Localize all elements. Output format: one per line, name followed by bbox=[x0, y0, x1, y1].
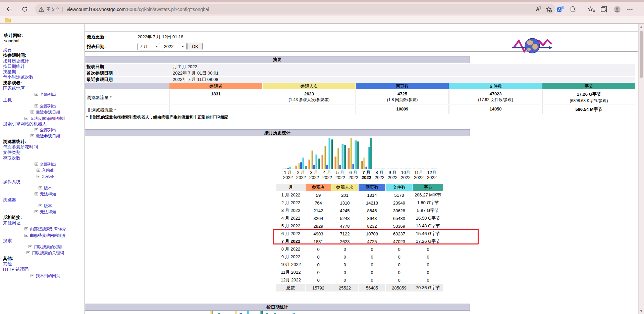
scrollbar-down-arrow[interactable] bbox=[640, 310, 643, 312]
sidebar-item[interactable]: 搜索 bbox=[3, 238, 84, 243]
sidebar-item[interactable]: 浏览器 bbox=[3, 197, 84, 203]
favorites-icon[interactable] bbox=[588, 6, 595, 13]
sidebar-item[interactable]: 来源网址 bbox=[3, 220, 84, 226]
window-icon bbox=[24, 117, 28, 120]
bar-pages bbox=[378, 169, 380, 169]
col-header-pages: 网页数 bbox=[356, 83, 449, 89]
svg-text:A: A bbox=[558, 8, 560, 11]
sidebar-item[interactable]: 按月历史统计 bbox=[3, 58, 84, 64]
extensions-icon[interactable] bbox=[570, 6, 577, 13]
bar-hits bbox=[407, 169, 409, 169]
sidebar-item[interactable]: 文件类别 bbox=[3, 150, 84, 155]
page-scrollbar[interactable] bbox=[638, 24, 644, 314]
bar-hits bbox=[315, 154, 317, 169]
window-icon bbox=[39, 204, 42, 207]
sidebar-item[interactable]: 无法得知 bbox=[3, 209, 84, 215]
sidebar-item[interactable]: 国家或地区 bbox=[3, 86, 84, 91]
bar-visits bbox=[415, 169, 417, 169]
sidebar-item[interactable]: 版本 bbox=[3, 203, 84, 209]
sidebar-item[interactable]: 按星期 bbox=[3, 69, 84, 75]
month-axis-label: 10月2022 bbox=[399, 170, 412, 180]
sidebar-item[interactable]: 全部列出 bbox=[3, 92, 84, 97]
back-button[interactable] bbox=[4, 4, 14, 14]
add-favorite-icon[interactable] bbox=[545, 6, 552, 13]
month-axis-label: 11月2022 bbox=[412, 170, 425, 180]
bar-hits bbox=[341, 144, 343, 169]
month-axis-label: 3 月2022 bbox=[308, 170, 321, 180]
sidebar-item[interactable]: 全部列出 bbox=[3, 127, 84, 133]
monthly-table-row: 11月 202200000 bbox=[276, 269, 443, 276]
sidebar-item[interactable]: 出站处 bbox=[3, 174, 84, 179]
monthly-table-row: 2 月 2022764131014218239491.60 G字节 bbox=[276, 199, 443, 207]
sidebar-item[interactable]: 由那些其他网站转介 bbox=[3, 233, 84, 238]
sidebar-item[interactable]: 版本 bbox=[3, 185, 84, 191]
sidebar-item[interactable]: 无法反解译的IP地址 bbox=[3, 116, 84, 121]
sidebar-item[interactable]: 入站处 bbox=[3, 168, 84, 173]
bar-visitors bbox=[361, 161, 363, 169]
bar-bytes bbox=[409, 169, 411, 169]
month-select[interactable]: 7 月 bbox=[138, 43, 160, 50]
sidebar-item[interactable]: 由那些搜索引擎转介 bbox=[3, 226, 84, 232]
sidebar-item[interactable]: 全部列出 bbox=[3, 103, 84, 109]
bar-bytes bbox=[331, 139, 333, 169]
sidebar-item[interactable]: 最近参观日期 bbox=[3, 133, 84, 139]
site-box: 统计网站: songbai bbox=[2, 32, 78, 44]
sidebar-item[interactable]: 操作系统 bbox=[3, 179, 84, 185]
value-pages: 4725 bbox=[356, 91, 448, 96]
bar-visits bbox=[402, 169, 404, 169]
bar-hits bbox=[420, 169, 422, 169]
profile-avatar[interactable] bbox=[613, 5, 621, 13]
sidebar-item[interactable]: 主机 bbox=[3, 97, 84, 103]
sidebar-item[interactable]: 用以搜索的短语 bbox=[3, 244, 84, 250]
month-axis-label: 1 月2022 bbox=[281, 170, 294, 180]
bar-bytes bbox=[370, 138, 372, 169]
monthly-table-total-row: 总数15792255225648528585970.36 G字节 bbox=[276, 284, 443, 291]
sidebar-item[interactable]: 最近参观日期 bbox=[3, 109, 84, 115]
settings-menu-icon[interactable] bbox=[627, 6, 633, 13]
scrollbar-up-arrow[interactable] bbox=[640, 26, 643, 28]
sidebar-item[interactable]: 全部列出 bbox=[3, 162, 84, 167]
sidebar-item[interactable]: 无法得知 bbox=[3, 191, 84, 197]
month-axis-label: 4 月2022 bbox=[321, 170, 334, 180]
month-bar-group bbox=[361, 138, 372, 169]
refresh-button[interactable] bbox=[19, 4, 30, 14]
sidebar-item[interactable]: 每次参观所花时间 bbox=[3, 144, 84, 150]
window-icon bbox=[26, 251, 30, 254]
browser-traffic-row: 浏览器流量 * 1831 2623(1.43 参观人次/参观者) 4725(1.… bbox=[85, 90, 635, 104]
favorites-bar bbox=[0, 16, 644, 24]
sidebar-item[interactable]: 按日期统计 bbox=[3, 64, 84, 69]
year-select[interactable]: 2022 bbox=[162, 43, 186, 50]
window-icon bbox=[24, 234, 28, 237]
collections-icon[interactable] bbox=[600, 6, 608, 13]
folder-icon[interactable] bbox=[5, 17, 11, 23]
read-aloud-icon[interactable]: A)) bbox=[536, 6, 541, 12]
sidebar-item[interactable]: 用以搜索的关键词 bbox=[3, 250, 84, 256]
scrollbar-thumb[interactable] bbox=[640, 31, 643, 78]
sidebar-item[interactable]: 每小时浏览次数 bbox=[3, 75, 84, 80]
address-bar[interactable]: 不安全 | viewcount.l183.vhostgo.com:8080/cg… bbox=[35, 4, 555, 14]
sidebar-item[interactable]: 存取次数 bbox=[3, 155, 84, 161]
window-icon bbox=[37, 175, 40, 178]
sidebar-item[interactable]: 搜索引擎网站的机器人 bbox=[3, 121, 84, 127]
bar-bytes bbox=[305, 166, 307, 169]
sidebar-section-header: 其他: bbox=[3, 256, 84, 261]
last-update-label: 最近更新: bbox=[87, 34, 106, 40]
sidebar-item[interactable]: 其他 bbox=[3, 261, 84, 267]
bar-pages bbox=[352, 164, 354, 169]
sidebar-item[interactable]: 摘要 bbox=[3, 47, 84, 53]
summary-row-label: 报表日期 bbox=[85, 64, 169, 70]
month-bar-group bbox=[374, 169, 385, 169]
summary-table: 报表日期月 7 月 2022 首次参观日期2022年 7 月 01日 00:01… bbox=[85, 63, 636, 115]
bar-bytes bbox=[383, 169, 385, 169]
sidebar-item[interactable]: HTTP 错误码 bbox=[3, 267, 84, 272]
bar-visits bbox=[337, 148, 339, 169]
ok-button[interactable]: OK bbox=[187, 43, 203, 50]
daily-bar bbox=[274, 313, 276, 314]
translate-icon[interactable]: A文 bbox=[557, 6, 564, 13]
bar-visitors bbox=[374, 169, 376, 169]
bar-visits bbox=[389, 169, 391, 169]
sidebar-menu: 摘要按参观时间:按月历史统计按日期统计按星期每小时浏览次数按参观者:国家或地区全… bbox=[3, 47, 84, 278]
bar-bytes bbox=[291, 169, 293, 169]
awstats-page: 统计网站: songbai 摘要按参观时间:按月历史统计按日期统计按星期每小时浏… bbox=[0, 24, 644, 314]
sidebar-item[interactable]: 找不到的网页 bbox=[3, 273, 84, 278]
